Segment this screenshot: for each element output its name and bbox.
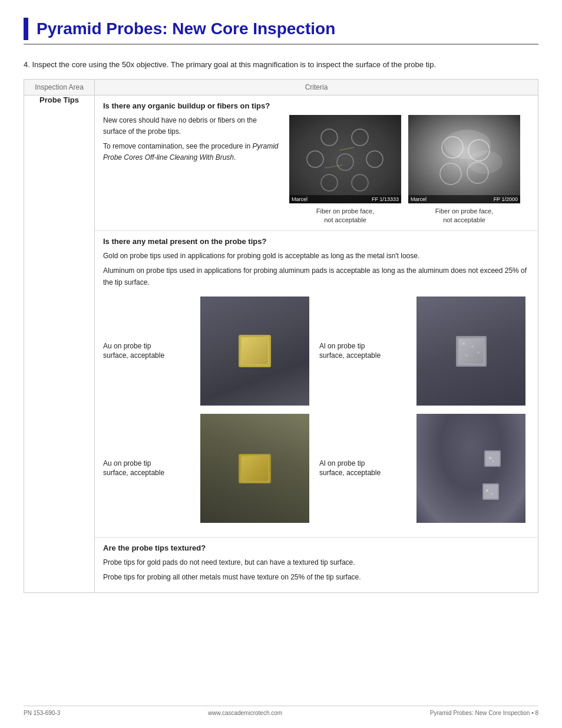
svg-point-36 xyxy=(486,489,488,492)
section-textured: Are the probe tips textured? Probe tips … xyxy=(95,538,538,592)
inspection-table: Inspection Area Criteria Probe Tips Is t… xyxy=(24,79,538,594)
footer-left: PN 153-690-3 xyxy=(24,710,60,716)
fiber-svg-2 xyxy=(408,115,520,203)
page-title: Pyramid Probes: New Core Inspection xyxy=(37,19,335,38)
au-image-1 xyxy=(200,297,309,406)
fiber-image-2: Marcel FP 1/2000 xyxy=(408,115,520,203)
al-image-1 xyxy=(416,297,525,406)
al-label-1: Al on probe tip surface, acceptable xyxy=(319,341,411,361)
footer-center: www.cascademicrotech.com xyxy=(208,710,282,716)
criteria-cell: Is there any organic buildup or fibers o… xyxy=(95,95,538,593)
au-svg-1 xyxy=(200,297,309,406)
au-group-1: Au on probe tip surface, acceptable xyxy=(103,297,313,406)
fiber-image-2-item: Marcel FP 1/2000 Fiber on probe face,not… xyxy=(408,115,520,225)
question-organic: Is there any organic buildup or fibers o… xyxy=(103,101,530,110)
metal-desc1: Gold on probe tips used in applications … xyxy=(103,251,530,262)
metal-desc2: Aluminum on probe tips used in applicati… xyxy=(103,265,530,288)
area-cell: Probe Tips xyxy=(24,95,95,593)
au-label-1: Au on probe tip surface, acceptable xyxy=(103,341,194,361)
section-organic-content: New cores should have no debris or fiber… xyxy=(103,115,530,225)
svg-point-34 xyxy=(489,457,491,459)
au-svg-2 xyxy=(200,414,309,523)
al-image-2 xyxy=(416,414,525,523)
au-group-2: Au on probe tip surface, acceptable xyxy=(103,414,313,523)
section-metal: Is there any metal present on the probe … xyxy=(95,231,538,538)
au-label-2: Au on probe tip surface, acceptable xyxy=(103,459,194,479)
svg-point-24 xyxy=(471,345,474,348)
intro-body: Inspect the core using the 50x objective… xyxy=(32,60,436,69)
au-image-2 xyxy=(200,414,309,523)
svg-point-0 xyxy=(298,121,392,197)
organic-desc1: New cores should have no debris or fiber… xyxy=(103,115,280,137)
svg-point-37 xyxy=(491,493,493,495)
fiber-image-1-item: Marcel FF 1/13333 Fiber on probe face,no… xyxy=(289,115,401,225)
organic-text-block: New cores should have no debris or fiber… xyxy=(103,115,280,167)
page-footer: PN 153-690-3 www.cascademicrotech.com Py… xyxy=(24,706,538,716)
svg-point-23 xyxy=(462,342,465,345)
col-header-criteria: Criteria xyxy=(95,79,538,95)
svg-rect-29 xyxy=(242,456,268,481)
fiber-image-1: Marcel FF 1/13333 xyxy=(289,115,401,203)
fiber-img-1-label: Marcel FF 1/13333 xyxy=(289,195,401,203)
question-metal: Is there any metal present on the probe … xyxy=(103,237,530,246)
question-textured: Are the probe tips textured? xyxy=(103,543,530,552)
al-svg-1 xyxy=(416,297,525,406)
fiber-image-1-caption: Fiber on probe face,not acceptable xyxy=(316,207,374,225)
area-label: Probe Tips xyxy=(39,95,79,104)
al-group-2: Al on probe tip surface, acceptable xyxy=(319,414,530,523)
header-accent-bar xyxy=(24,18,28,40)
footer-right: Pyramid Probes: New Core Inspection • 8 xyxy=(430,710,538,716)
metal-row-1: Au on probe tip surface, acceptable xyxy=(103,297,530,406)
svg-rect-31 xyxy=(485,452,500,466)
al-group-1: Al on probe tip surface, acceptable xyxy=(319,297,530,406)
fiber-img-2-label: Marcel FP 1/2000 xyxy=(408,195,520,203)
al-label-2: Al on probe tip surface, acceptable xyxy=(319,459,411,479)
svg-point-25 xyxy=(478,351,480,353)
fiber-images: Marcel FF 1/13333 Fiber on probe face,no… xyxy=(289,115,530,225)
page: Pyramid Probes: New Core Inspection 4. I… xyxy=(0,0,562,728)
step-number: 4. xyxy=(24,60,30,69)
svg-point-35 xyxy=(492,460,494,462)
intro-text: 4. Inspect the core using the 50x object… xyxy=(24,59,538,71)
svg-point-16 xyxy=(467,150,503,174)
svg-rect-19 xyxy=(242,338,268,364)
section-organic: Is there any organic buildup or fibers o… xyxy=(95,95,538,232)
page-header: Pyramid Probes: New Core Inspection xyxy=(24,18,538,45)
textured-desc2: Probe tips for probing all other metals … xyxy=(103,572,530,583)
textured-desc1: Probe tips for gold pads do not need tex… xyxy=(103,557,530,568)
organic-desc2: To remove contamination, see the procedu… xyxy=(103,141,280,163)
metal-row-2: Au on probe tip surface, acceptable xyxy=(103,414,530,523)
fiber-image-2-caption: Fiber on probe face,not acceptable xyxy=(435,207,493,225)
fiber-svg-1 xyxy=(289,115,401,203)
svg-rect-33 xyxy=(484,485,498,499)
svg-point-26 xyxy=(465,354,468,357)
col-header-area: Inspection Area xyxy=(24,79,95,95)
al-svg-2 xyxy=(416,414,525,523)
svg-rect-10 xyxy=(408,115,520,203)
svg-rect-22 xyxy=(459,339,484,364)
table-row-probe-tips: Probe Tips Is there any organic buildup … xyxy=(24,95,538,593)
